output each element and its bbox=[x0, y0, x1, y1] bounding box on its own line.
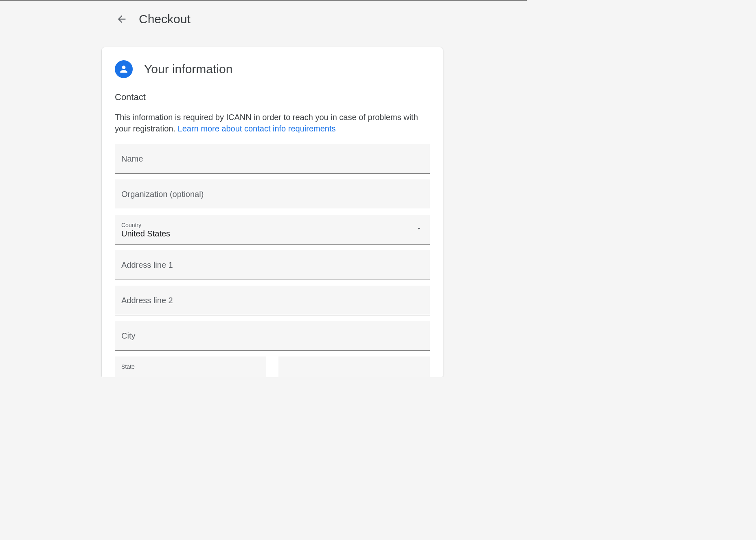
checkout-card: Your information Contact This informatio… bbox=[102, 47, 443, 377]
country-value: United States bbox=[121, 229, 170, 238]
back-arrow-icon[interactable] bbox=[116, 13, 127, 25]
address1-field[interactable]: Address line 1 bbox=[115, 250, 430, 280]
page-header: Checkout bbox=[0, 1, 527, 26]
section-header: Your information bbox=[115, 60, 430, 78]
name-field[interactable]: Name bbox=[115, 144, 430, 174]
organization-field[interactable]: Organization (optional) bbox=[115, 179, 430, 209]
state-label: State bbox=[121, 363, 135, 370]
learn-more-link[interactable]: Learn more about contact info requiremen… bbox=[178, 124, 336, 133]
city-placeholder: City bbox=[121, 331, 135, 341]
country-select[interactable]: Country United States bbox=[115, 215, 430, 245]
section-title: Your information bbox=[144, 62, 232, 76]
person-icon bbox=[115, 60, 133, 78]
state-select[interactable]: State bbox=[115, 356, 266, 377]
country-label: Country bbox=[121, 222, 141, 228]
contact-description: This information is required by ICANN in… bbox=[115, 111, 430, 134]
page-title: Checkout bbox=[139, 12, 191, 26]
state-zip-row: State bbox=[115, 356, 430, 377]
city-field[interactable]: City bbox=[115, 321, 430, 351]
organization-placeholder: Organization (optional) bbox=[121, 190, 204, 199]
zip-field[interactable] bbox=[278, 356, 430, 377]
contact-heading: Contact bbox=[115, 92, 430, 103]
address2-field[interactable]: Address line 2 bbox=[115, 286, 430, 315]
address1-placeholder: Address line 1 bbox=[121, 260, 173, 270]
chevron-down-icon bbox=[416, 226, 422, 233]
name-placeholder: Name bbox=[121, 154, 143, 164]
address2-placeholder: Address line 2 bbox=[121, 296, 173, 305]
